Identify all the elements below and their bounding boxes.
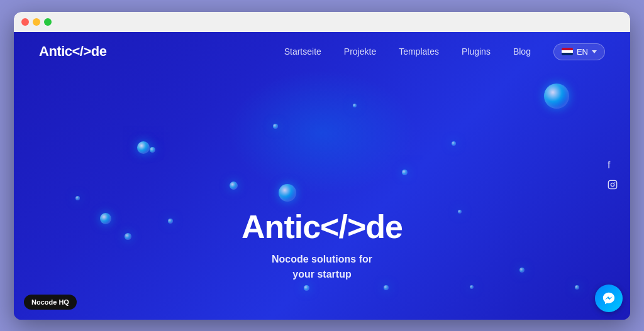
bubble — [150, 147, 155, 153]
messenger-button[interactable] — [595, 285, 623, 312]
browser-window: Antic</>de Startseite Projekte Templates… — [14, 12, 630, 320]
nav-projekte[interactable]: Projekte — [344, 46, 376, 57]
language-button[interactable]: EN — [553, 43, 605, 60]
bubble — [75, 196, 80, 200]
nav-startseite[interactable]: Startseite — [284, 46, 321, 57]
bubble — [279, 184, 296, 202]
chevron-down-icon — [592, 50, 597, 53]
svg-point-1 — [611, 183, 614, 186]
bubble — [304, 285, 309, 291]
traffic-light-green[interactable] — [44, 18, 52, 26]
bubble — [384, 285, 389, 290]
hero-section: Antic</>de Nocode solutions for your sta… — [14, 208, 630, 282]
nocode-badge[interactable]: Nocode HQ — [24, 295, 77, 310]
bubble — [452, 141, 456, 146]
bubble — [230, 182, 238, 190]
lang-code: EN — [577, 47, 588, 57]
flag-icon — [562, 48, 573, 55]
bubble — [402, 170, 408, 175]
bubble — [470, 285, 474, 289]
bubble — [544, 84, 569, 109]
traffic-light-yellow[interactable] — [33, 18, 40, 26]
bubble — [353, 104, 357, 107]
browser-content: Antic</>de Startseite Projekte Templates… — [14, 32, 630, 320]
center-glow — [228, 70, 416, 195]
nav-templates[interactable]: Templates — [399, 46, 439, 57]
nav-blog[interactable]: Blog — [513, 46, 531, 57]
bubble — [273, 124, 278, 129]
nav-plugins[interactable]: Plugins — [462, 46, 491, 57]
traffic-light-red[interactable] — [21, 18, 29, 26]
hero-subtitle: Nocode solutions for your startup — [14, 252, 630, 282]
instagram-icon[interactable] — [608, 180, 618, 192]
facebook-icon[interactable]: f — [608, 160, 618, 171]
navbar-logo[interactable]: Antic</>de — [39, 43, 106, 60]
bubble — [575, 285, 579, 290]
hero-title: Antic</>de — [14, 208, 630, 246]
navbar: Antic</>de Startseite Projekte Templates… — [14, 32, 630, 72]
browser-titlebar — [14, 12, 630, 32]
svg-rect-0 — [608, 180, 616, 188]
social-icons: f — [608, 160, 618, 192]
messenger-icon — [602, 291, 616, 305]
bubble — [137, 141, 150, 154]
navbar-links: Startseite Projekte Templates Plugins Bl… — [284, 43, 605, 60]
svg-point-2 — [614, 182, 615, 182]
